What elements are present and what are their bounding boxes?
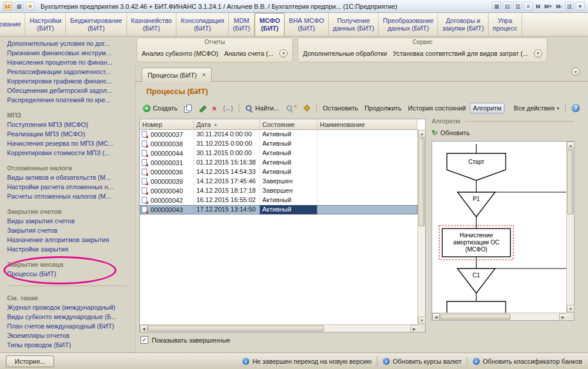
- set-interval-button[interactable]: (↔): [220, 104, 235, 113]
- scrollbar-thumb[interactable]: [440, 314, 510, 320]
- section-tab-msfo[interactable]: МСФО (БИТ): [255, 13, 285, 36]
- sidebar-item[interactable]: Корректировки графиков финанс...: [7, 76, 135, 86]
- scroll-down-button[interactable]: ▼: [567, 305, 574, 313]
- info-titlebar-icon[interactable]: ▥: [565, 2, 574, 11]
- scrollbar-thumb[interactable]: [148, 326, 324, 331]
- sidebar-item[interactable]: Дополнительные условия по дог...: [7, 39, 135, 48]
- close-icon[interactable]: ×: [202, 72, 206, 78]
- column-header-date[interactable]: Дата ▲: [194, 119, 260, 129]
- scroll-left-button[interactable]: ◀: [432, 313, 440, 321]
- create-button[interactable]: + Создать: [141, 103, 180, 113]
- section-tab-poluchenie[interactable]: Получение данных (БИТ): [329, 13, 379, 36]
- section-tab-upravlenie[interactable]: Упра процесс: [489, 13, 522, 36]
- find-button[interactable]: Найти...: [243, 103, 282, 113]
- calendar-icon[interactable]: ▤: [503, 2, 512, 11]
- menu-icon[interactable]: ≡: [524, 2, 533, 11]
- sidebar-item[interactable]: Виды закрытия счетов: [7, 216, 135, 226]
- sidebar-item[interactable]: Виды активов и обязательств (М...: [7, 173, 135, 182]
- edit-button[interactable]: [196, 103, 208, 113]
- sidebar-item[interactable]: Экземпляры отчетов: [7, 331, 127, 340]
- history-button[interactable]: История...: [6, 355, 54, 367]
- sidebar-item[interactable]: Распределения платежей по кре...: [7, 95, 135, 105]
- sidebar-item[interactable]: Признания финансовых инструм...: [7, 48, 135, 58]
- sidebar-item[interactable]: Журнал проводок (международный): [7, 303, 127, 312]
- scroll-left-button[interactable]: ◀: [140, 325, 148, 333]
- table-row[interactable]: 000000039 14.12.2015 17:45:46 Завершен: [140, 177, 417, 186]
- help-button[interactable]: ?: [569, 103, 582, 113]
- status-item-currency[interactable]: i Обновить курсы валют: [383, 358, 462, 365]
- sidebar-item[interactable]: Настройки расчета отложенных н...: [7, 182, 135, 192]
- table-row[interactable]: 000000040 14.12.2015 18:17:18 Завершен: [140, 186, 417, 196]
- all-actions-button[interactable]: Все действия ▾: [512, 103, 562, 113]
- scroll-up-button[interactable]: ▲: [418, 130, 426, 137]
- table-row[interactable]: 000000038 31.10.2015 0:00:00 Активный: [140, 139, 417, 149]
- sidebar-item[interactable]: Корректировки стоимости МПЗ (...: [7, 148, 135, 157]
- show-completed-checkbox[interactable]: ✓: [141, 336, 148, 344]
- section-tab-nastroyki[interactable]: Настройки (БИТ): [25, 13, 66, 36]
- flow-vertical-scrollbar[interactable]: ▲ ▼: [566, 142, 574, 313]
- scrollbar-thumb[interactable]: [567, 150, 573, 214]
- table-row[interactable]: 000000037 30.11.2014 0:00:00 Активный: [140, 130, 417, 139]
- dropdown-titlebar-icon[interactable]: ▾: [576, 2, 584, 11]
- flow-node-start[interactable]: [447, 153, 506, 180]
- scroll-down-button[interactable]: ▼: [418, 317, 426, 324]
- column-header-number[interactable]: Номер: [140, 119, 194, 129]
- reports-more-chevron-icon[interactable]: ▾: [279, 49, 288, 58]
- sidebar-item[interactable]: Закрытия счетов: [7, 226, 135, 235]
- stop-button[interactable]: Остановить: [320, 103, 360, 113]
- table-vertical-scrollbar[interactable]: ▲ ▼: [417, 130, 425, 324]
- section-tab-kazna[interactable]: Казначейство (БИТ): [127, 13, 177, 36]
- clear-find-button[interactable]: ×: [283, 103, 299, 113]
- delete-button[interactable]: ×: [210, 103, 219, 113]
- sidebar-item[interactable]: План счетов международный (БИТ): [7, 321, 127, 331]
- sidebar-item[interactable]: Начисления резерва по МПЗ (МС...: [7, 139, 135, 148]
- scroll-up-button[interactable]: ▲: [567, 142, 574, 149]
- calculator-icon[interactable]: ▦: [492, 2, 501, 11]
- service-more-chevron-icon[interactable]: ▾: [534, 49, 542, 58]
- table-row[interactable]: 000000036 14.12.2015 14:54:33 Активный: [140, 167, 417, 177]
- sidebar-item[interactable]: Реализации МПЗ (МСФО): [7, 129, 135, 139]
- section-tab-vna-msfo[interactable]: ВНА МСФО (БИТ): [285, 13, 329, 36]
- sidebar-item[interactable]: Назначение алгоритмов закрытия: [7, 235, 135, 244]
- hidden-tabs-chevron-icon[interactable]: ▾: [572, 68, 580, 76]
- section-tab-mdm[interactable]: MDM (БИТ): [229, 13, 255, 36]
- resume-button[interactable]: Продолжить: [362, 103, 404, 113]
- algorithm-toggle-button[interactable]: Алгоритм: [470, 103, 505, 113]
- section-tab-budget[interactable]: Бюджетирование (БИТ): [66, 13, 126, 36]
- section-tab-konsolidacia[interactable]: Консолидация (БИТ): [176, 13, 229, 36]
- sidebar-item[interactable]: Виды субконто международные (Б...: [7, 312, 127, 321]
- table-row[interactable]: 000000031 01.12.2015 15:16:38 Активный: [140, 158, 417, 167]
- column-header-name[interactable]: Наименование: [318, 119, 417, 129]
- table-row[interactable]: 000000044 30.11.2015 0:00:00 Активный: [140, 149, 417, 158]
- sidebar-item[interactable]: Поступления МПЗ (МСФО): [7, 120, 135, 129]
- status-item-version[interactable]: i Не завершен переход на новую версию: [242, 358, 372, 365]
- sidebar-item-processy-bit[interactable]: Процессы (БИТ): [7, 269, 135, 279]
- service-dop-obrabotki-button[interactable]: Дополнительные обработки: [303, 50, 387, 57]
- save-icon[interactable]: ▦: [15, 2, 24, 11]
- sidebar-item[interactable]: Реклассификации задолженност...: [7, 67, 135, 76]
- sidebar-item[interactable]: Обесценения дебиторской задол...: [7, 86, 135, 95]
- refresh-button[interactable]: ↻ Обновить: [432, 129, 470, 136]
- section-tab-preobrazovanie[interactable]: Преобразование данных (БИТ): [379, 13, 438, 36]
- copy-button[interactable]: [182, 103, 194, 113]
- flow-horizontal-scrollbar[interactable]: ◀ ▶: [432, 313, 567, 320]
- table-row[interactable]: 000000042 16.12.2015 16:55:02 Активный: [140, 196, 417, 205]
- history-states-button[interactable]: История состояний: [406, 103, 468, 113]
- section-tab-partial[interactable]: рование: [0, 13, 25, 36]
- section-tab-dogovory[interactable]: Договоры и закупки (БИТ): [438, 13, 489, 36]
- favorites-star-icon[interactable]: ★: [26, 2, 35, 11]
- sidebar-item[interactable]: Настройки закрытия: [7, 244, 135, 254]
- service-ustanovka-button[interactable]: Установка соответствий для видов затрат …: [393, 50, 528, 57]
- memory-m-button[interactable]: M: [534, 4, 542, 9]
- document-tab-processy[interactable]: Процессы (БИТ) ×: [142, 68, 212, 82]
- report-analiz-scheta-button[interactable]: Анализ счета (...: [224, 50, 273, 57]
- sidebar-item[interactable]: Расчеты отложенных налогов (М...: [7, 192, 135, 201]
- sidebar-item[interactable]: Типы проводок (БИТ): [7, 340, 127, 350]
- book-icon[interactable]: ▥: [513, 2, 522, 11]
- report-analiz-subkonto-button[interactable]: Анализ субконто (МСФО): [142, 50, 218, 57]
- flow-node-next-partial[interactable]: [447, 301, 506, 313]
- status-item-banks[interactable]: i Обновить классификатор банков: [473, 358, 582, 365]
- memory-mplus-button[interactable]: M+: [543, 4, 553, 9]
- column-header-state[interactable]: Состояние: [260, 119, 318, 129]
- table-horizontal-scrollbar[interactable]: ◀ ▶: [140, 324, 418, 332]
